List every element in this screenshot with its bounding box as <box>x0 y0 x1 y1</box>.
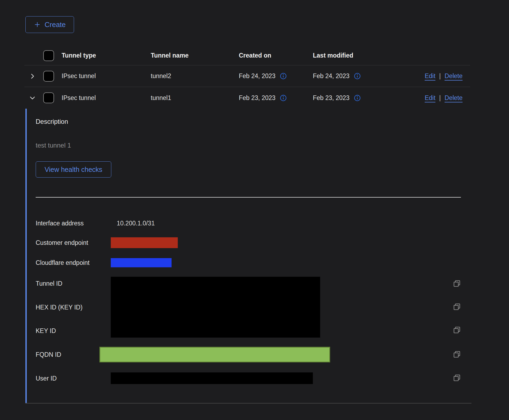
copy-icon <box>453 303 461 312</box>
table-bottom-divider <box>25 403 471 404</box>
copy-fqdn-id-button[interactable] <box>453 350 461 359</box>
cloudflare-endpoint-label: Cloudflare endpoint <box>36 259 117 267</box>
id-labels: Tunnel ID HEX ID (KEY ID) KEY ID <box>36 277 117 338</box>
created-on-value: Feb 24, 2023 <box>239 72 276 80</box>
edit-link[interactable]: Edit <box>425 72 436 80</box>
plus-icon <box>34 21 41 28</box>
customer-endpoint-label: Customer endpoint <box>36 239 117 247</box>
ipsec-tunnels-page: Create Tunnel type Tunnel name Created o… <box>0 0 509 404</box>
customer-endpoint-row: Customer endpoint <box>36 237 461 248</box>
last-modified-value: Feb 23, 2023 <box>313 94 350 102</box>
table-row: IPsec tunnel tunnel2 Feb 24, 2023 Feb 24… <box>24 65 470 87</box>
table-header-row: Tunnel type Tunnel name Created on Last … <box>24 46 470 65</box>
row-checkbox[interactable] <box>43 92 54 103</box>
delete-link[interactable]: Delete <box>445 72 463 80</box>
copy-key-id-button[interactable] <box>450 326 461 335</box>
tunnel-ids-redacted-value <box>111 277 320 338</box>
fqdn-id-redacted-value <box>99 347 330 362</box>
copy-icon <box>453 326 461 335</box>
tunnels-table: Tunnel type Tunnel name Created on Last … <box>24 46 470 109</box>
create-button[interactable]: Create <box>25 16 74 33</box>
fqdn-copy-cell <box>450 350 461 359</box>
action-separator: | <box>439 72 441 80</box>
user-id-label: User ID <box>36 374 117 382</box>
tunnel-name-value: tunnel1 <box>146 94 235 102</box>
copy-user-id-button[interactable] <box>453 374 461 383</box>
user-copy-cell <box>450 374 461 383</box>
user-id-redacted-value <box>111 372 313 384</box>
info-icon[interactable] <box>280 95 287 101</box>
tunnel-name-value: tunnel2 <box>146 72 235 80</box>
tunnel-id-label: Tunnel ID <box>36 279 117 288</box>
header-last-modified: Last modified <box>311 52 386 59</box>
last-modified-cell: Feb 24, 2023 <box>311 72 386 80</box>
header-created-on: Created on <box>235 52 311 59</box>
created-on-cell: Feb 23, 2023 <box>235 94 311 102</box>
copy-tunnel-id-button[interactable] <box>450 279 461 288</box>
row-checkbox-cell <box>41 92 57 103</box>
description-value: test tunnel 1 <box>36 142 461 149</box>
fqdn-id-row: FQDN ID <box>36 347 461 362</box>
chevron-right-icon[interactable] <box>29 73 36 80</box>
row-checkbox[interactable] <box>43 71 54 82</box>
tunnel-ids-row: Tunnel ID HEX ID (KEY ID) KEY ID <box>36 277 461 338</box>
expander-cell <box>24 73 41 80</box>
chevron-down-icon[interactable] <box>29 94 36 101</box>
user-id-row: User ID <box>36 372 461 384</box>
delete-link[interactable]: Delete <box>445 94 463 102</box>
row-checkbox-cell <box>41 71 57 82</box>
last-modified-value: Feb 24, 2023 <box>313 72 350 80</box>
select-all-checkbox[interactable] <box>43 50 54 61</box>
tunnel-fields: Interface address 10.200.1.0/31 Customer… <box>36 218 461 384</box>
info-icon[interactable] <box>354 95 361 101</box>
tunnel-type-value: IPsec tunnel <box>57 94 146 102</box>
expander-cell <box>24 94 41 101</box>
cloudflare-endpoint-row: Cloudflare endpoint <box>36 258 461 267</box>
copy-icon <box>453 374 461 383</box>
view-health-checks-button[interactable]: View health checks <box>36 161 111 178</box>
created-on-cell: Feb 24, 2023 <box>235 72 311 80</box>
id-copy-buttons <box>450 277 461 338</box>
table-row: IPsec tunnel tunnel1 Feb 23, 2023 Feb 23… <box>24 87 470 109</box>
actions-cell: Edit | Delete <box>386 72 470 80</box>
copy-hex-id-button[interactable] <box>450 303 461 312</box>
customer-endpoint-redacted-value <box>111 237 178 248</box>
action-separator: | <box>439 94 441 102</box>
info-icon[interactable] <box>280 73 287 79</box>
header-checkbox-cell <box>41 50 57 61</box>
interface-address-value: 10.200.1.0/31 <box>117 220 450 227</box>
tunnel-detail-panel: Description test tunnel 1 View health ch… <box>25 109 462 403</box>
created-on-value: Feb 23, 2023 <box>239 94 276 102</box>
key-id-label: KEY ID <box>36 327 117 335</box>
section-divider <box>36 197 461 198</box>
edit-link[interactable]: Edit <box>425 94 436 102</box>
interface-address-label: Interface address <box>36 219 117 227</box>
description-label: Description <box>36 118 461 125</box>
header-tunnel-name: Tunnel name <box>146 52 235 59</box>
last-modified-cell: Feb 23, 2023 <box>311 94 386 102</box>
copy-icon <box>453 350 461 359</box>
cloudflare-endpoint-redacted-value <box>111 258 172 267</box>
create-button-label: Create <box>45 21 66 29</box>
info-icon[interactable] <box>354 73 361 79</box>
tunnel-type-value: IPsec tunnel <box>57 72 146 80</box>
header-tunnel-type: Tunnel type <box>57 52 146 59</box>
hex-id-label: HEX ID (KEY ID) <box>36 303 117 311</box>
interface-address-row: Interface address 10.200.1.0/31 <box>36 218 461 229</box>
actions-cell: Edit | Delete <box>386 94 470 102</box>
copy-icon <box>453 279 461 288</box>
